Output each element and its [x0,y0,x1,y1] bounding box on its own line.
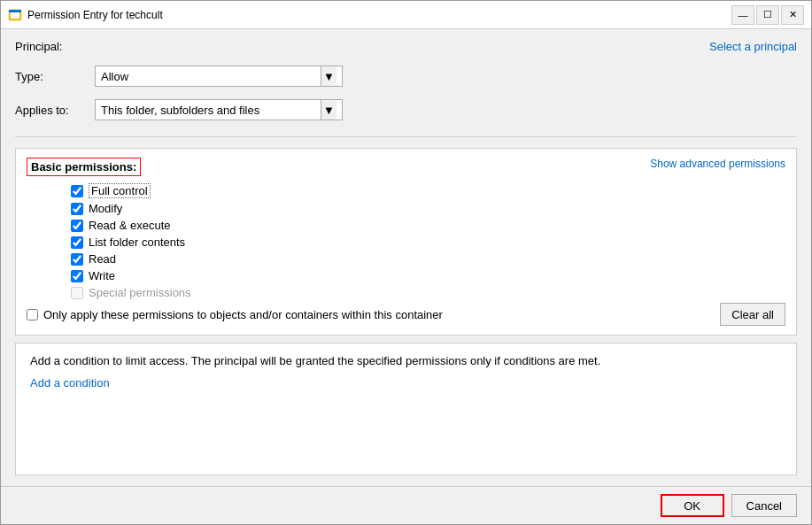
perm-write-label: Write [89,269,115,282]
applies-to-select[interactable]: This folder, subfolders and files ▼ [95,99,343,120]
type-select-value: Allow [101,70,321,83]
separator-1 [15,136,797,137]
only-apply-left: Only apply these permissions to objects … [27,308,443,321]
perm-read-execute-label: Read & execute [89,219,171,232]
perm-read-checkbox[interactable] [71,253,83,266]
perm-full-control-checkbox[interactable] [71,185,83,197]
permissions-header: Basic permissions: Show advanced permiss… [27,158,785,176]
maximize-button[interactable]: ☐ [756,5,779,25]
perm-special-label: Special permissions [89,286,191,299]
applies-to-value: This folder, subfolders and files [101,104,321,117]
only-apply-row: Only apply these permissions to objects … [27,303,785,326]
type-row: Type: Allow ▼ [15,66,797,87]
principal-row: Principal: Select a principal [15,40,797,53]
select-principal-link[interactable]: Select a principal [709,40,797,53]
perm-list-folder-label: List folder contents [89,235,185,249]
minimize-button[interactable]: — [731,5,754,25]
principal-label: Principal: [15,40,95,53]
perm-full-control-label: Full control [89,183,151,198]
close-button[interactable]: ✕ [781,5,804,25]
perm-modify-label: Modify [89,202,122,215]
perm-special: Special permissions [71,286,785,299]
perm-write-checkbox[interactable] [71,270,83,282]
basic-permissions-label: Basic permissions: [27,158,141,176]
perm-read-execute: Read & execute [71,219,785,232]
perm-list-folder: List folder contents [71,235,785,249]
only-apply-checkbox[interactable] [27,309,38,320]
applies-to-arrow: ▼ [321,100,336,120]
type-select[interactable]: Allow ▼ [95,66,343,87]
perm-write: Write [71,269,785,282]
permissions-list: Full control Modify Read & execute List … [27,183,785,299]
add-condition-link[interactable]: Add a condition [30,376,110,390]
perm-read-label: Read [89,252,116,266]
clear-all-button[interactable]: Clear all [720,303,785,326]
condition-description: Add a condition to limit access. The pri… [30,354,782,367]
perm-read: Read [71,252,785,266]
dialog-icon [8,8,22,22]
window-controls: — ☐ ✕ [731,5,804,25]
perm-full-control: Full control [71,183,785,198]
permissions-section: Basic permissions: Show advanced permiss… [15,148,797,336]
dialog-title: Permission Entry for techcult [27,9,731,21]
condition-section: Add a condition to limit access. The pri… [15,343,797,475]
perm-modify: Modify [71,202,785,215]
show-advanced-link[interactable]: Show advanced permissions [650,158,785,170]
type-label: Type: [15,70,95,83]
perm-special-checkbox [71,287,83,299]
cancel-button[interactable]: Cancel [731,494,797,517]
dialog-content: Principal: Select a principal Type: Allo… [1,29,811,486]
perm-read-execute-checkbox[interactable] [71,220,83,232]
title-bar: Permission Entry for techcult — ☐ ✕ [1,1,811,29]
only-apply-label: Only apply these permissions to objects … [43,308,443,321]
ok-button[interactable]: OK [661,494,724,517]
svg-rect-1 [11,12,19,19]
applies-to-row: Applies to: This folder, subfolders and … [15,99,797,120]
type-select-arrow: ▼ [321,66,336,86]
perm-modify-checkbox[interactable] [71,203,83,215]
perm-list-folder-checkbox[interactable] [71,236,83,249]
applies-to-label: Applies to: [15,104,95,117]
svg-rect-2 [9,10,21,12]
permission-entry-dialog: Permission Entry for techcult — ☐ ✕ Prin… [0,0,812,525]
dialog-footer: OK Cancel [1,486,811,524]
